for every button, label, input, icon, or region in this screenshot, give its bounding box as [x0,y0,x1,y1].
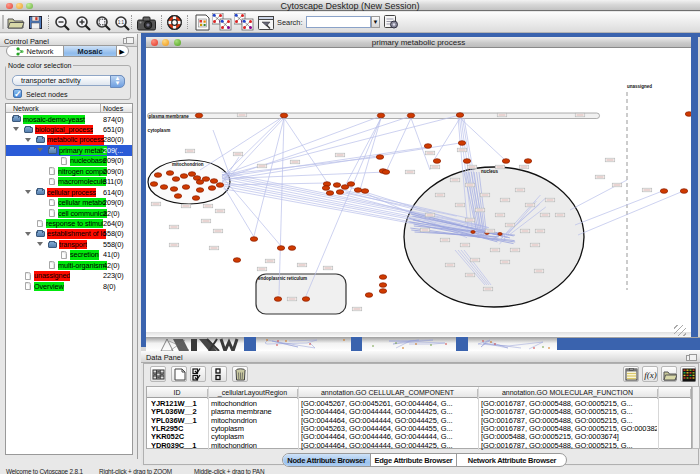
svg-text:endoplasmic reticulum: endoplasmic reticulum [258,276,307,281]
svg-text:cytoplasm: cytoplasm [148,128,171,133]
svg-text:unassigned: unassigned [627,84,652,89]
svg-text:mitochondrion: mitochondrion [172,162,204,167]
svg-text:f(x): f(x) [644,370,657,380]
svg-text:1:1: 1:1 [118,20,125,25]
svg-text:nucleus: nucleus [481,169,499,174]
svg-text:plasma membrane: plasma membrane [149,114,190,119]
